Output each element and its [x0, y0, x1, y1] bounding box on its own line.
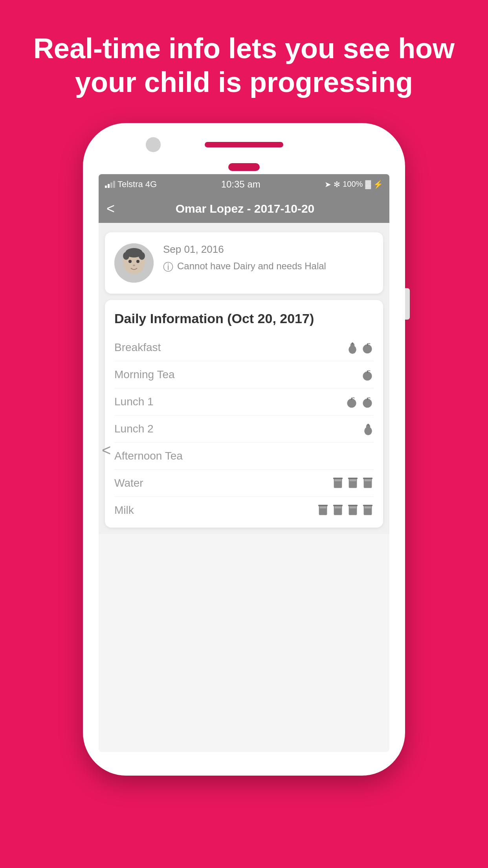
svg-point-6 [136, 260, 139, 263]
svg-rect-41 [365, 506, 371, 508]
daily-title: Daily Information (Oct 20, 2017) [114, 311, 374, 326]
meal-row-milk: Milk [114, 497, 374, 524]
status-bar: Telstra 4G 10:35 am ➤ ✻ 100% ▓ ⚡ [99, 174, 389, 195]
svg-rect-21 [368, 423, 369, 425]
profile-date: Sep 01, 2016 [163, 243, 374, 256]
battery-label: 100% [343, 180, 363, 189]
svg-rect-42 [363, 505, 372, 506]
cup-icon-5 [332, 504, 344, 517]
headline-text: Real-time info lets you see how your chi… [0, 0, 488, 123]
meal-row-morning-tea: Morning Tea [114, 361, 374, 388]
location-icon: ➤ [325, 180, 331, 189]
carrier-label: Telstra [117, 179, 143, 189]
profile-info: Sep 01, 2016 ⓘ Cannot have Dairy and nee… [163, 243, 374, 274]
svg-rect-36 [333, 505, 343, 506]
nav-header: < Omar Lopez - 2017-10-20 [99, 195, 389, 223]
cup-icon-7 [362, 504, 374, 517]
profile-alert: ⓘ Cannot have Dairy and needs Halal [163, 259, 374, 274]
svg-rect-12 [367, 343, 368, 346]
meal-icons-lunch1 [345, 395, 374, 408]
svg-rect-32 [320, 506, 327, 508]
bluetooth-icon: ✻ [334, 180, 340, 189]
svg-rect-29 [365, 479, 371, 481]
cup-icon-4 [317, 504, 329, 517]
status-left: Telstra 4G [105, 179, 157, 189]
home-button[interactable] [228, 163, 260, 171]
meal-row-water: Water [114, 470, 374, 497]
status-right: ➤ ✻ 100% ▓ ⚡ [325, 180, 383, 189]
svg-rect-26 [350, 479, 356, 481]
svg-rect-27 [348, 478, 358, 479]
pear-icon [347, 341, 358, 354]
apple-icon [361, 341, 374, 354]
meal-icons-breakfast [347, 341, 374, 354]
svg-rect-18 [367, 397, 368, 400]
svg-rect-30 [363, 478, 372, 479]
alert-text: Cannot have Dairy and needs Halal [177, 259, 326, 273]
meal-row-lunch2: Lunch 2 [114, 416, 374, 443]
svg-point-5 [128, 260, 132, 263]
svg-rect-14 [367, 370, 368, 373]
camera [146, 137, 161, 152]
cup-icon-1 [332, 477, 344, 489]
phone-mockup: Telstra 4G 10:35 am ➤ ✻ 100% ▓ ⚡ < Omar … [83, 123, 405, 783]
meal-label-water: Water [114, 477, 143, 489]
meal-label-afternoon-tea: Afternoon Tea [114, 450, 183, 462]
alert-icon: ⓘ [163, 260, 173, 274]
back-button[interactable]: < [106, 200, 115, 217]
battery-icon: ▓ [365, 180, 371, 189]
content-area: Sep 01, 2016 ⓘ Cannot have Dairy and nee… [99, 223, 389, 534]
meal-icons-morning-tea [361, 368, 374, 381]
apple-icon-3 [345, 395, 358, 408]
time-label: 10:35 am [221, 179, 261, 190]
meal-label-lunch1: Lunch 1 [114, 395, 154, 408]
network-label: 4G [145, 179, 157, 189]
daily-section: Daily Information (Oct 20, 2017) Breakfa… [105, 300, 383, 528]
svg-rect-24 [333, 478, 343, 479]
svg-rect-38 [350, 506, 356, 508]
meal-label-morning-tea: Morning Tea [114, 368, 175, 381]
content-back-arrow[interactable]: < [102, 441, 111, 459]
profile-card: Sep 01, 2016 ⓘ Cannot have Dairy and nee… [105, 232, 383, 294]
side-button[interactable] [405, 288, 410, 320]
svg-point-7 [133, 265, 135, 266]
cup-icon-2 [347, 477, 359, 489]
phone-frame: Telstra 4G 10:35 am ➤ ✻ 100% ▓ ⚡ < Omar … [83, 123, 405, 776]
charge-icon: ⚡ [373, 180, 383, 189]
signal-bars [105, 181, 115, 188]
svg-point-3 [123, 252, 129, 260]
meal-label-breakfast: Breakfast [114, 341, 161, 354]
meal-icons-milk [317, 504, 374, 517]
apple-icon-2 [361, 368, 374, 381]
svg-rect-23 [335, 479, 341, 481]
meal-row-breakfast: Breakfast [114, 334, 374, 361]
phone-screen: Telstra 4G 10:35 am ➤ ✻ 100% ▓ ⚡ < Omar … [99, 174, 389, 752]
page-title: Omar Lopez - 2017-10-20 [123, 202, 367, 215]
meal-label-milk: Milk [114, 504, 134, 517]
meal-row-afternoon-tea: Afternoon Tea [114, 443, 374, 470]
cup-icon-3 [362, 477, 374, 489]
svg-rect-33 [318, 505, 328, 506]
avatar [114, 243, 154, 283]
svg-rect-10 [352, 342, 353, 344]
meal-icons-water [332, 477, 374, 489]
svg-rect-16 [351, 397, 352, 400]
apple-icon-4 [361, 395, 374, 408]
svg-rect-39 [348, 505, 358, 506]
svg-point-4 [139, 252, 145, 260]
speaker [205, 142, 283, 147]
meal-label-lunch2: Lunch 2 [114, 423, 154, 435]
meal-icons-lunch2 [363, 423, 374, 435]
pear-icon-2 [363, 423, 374, 435]
cup-icon-6 [347, 504, 359, 517]
svg-rect-35 [335, 506, 341, 508]
avatar-image [114, 243, 154, 283]
meal-row-lunch1: Lunch 1 [114, 388, 374, 416]
